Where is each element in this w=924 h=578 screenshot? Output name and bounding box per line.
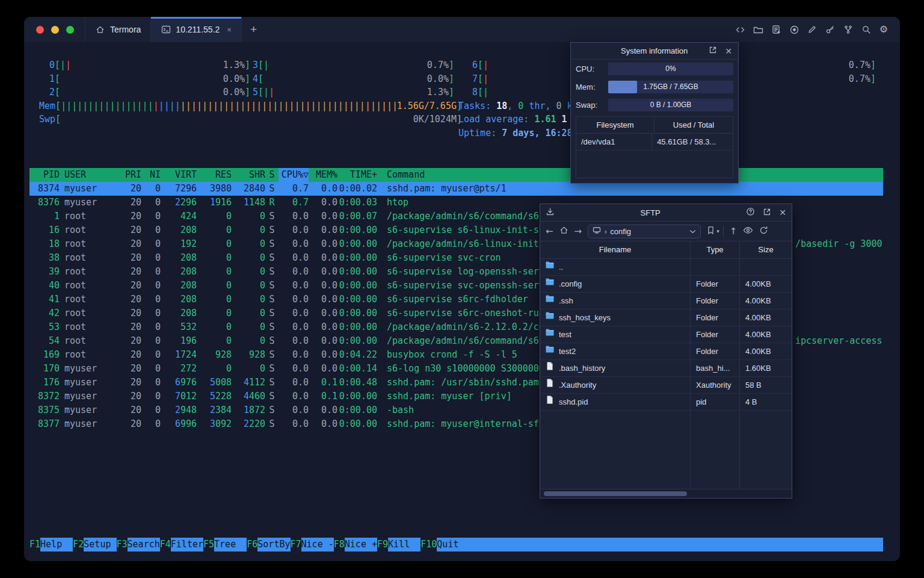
fnkey-f2-label[interactable]: Setup xyxy=(84,538,116,552)
fnkey-f8-label[interactable]: Nice + xyxy=(345,538,377,552)
file-row--bash-history[interactable]: .bash_historybash_hi...1.60KB xyxy=(540,360,792,377)
process-table-header[interactable]: PIDUSERPRINIVIRTRESSHRSCPU%▽MEM%TIME+Com… xyxy=(29,168,883,182)
home-icon[interactable] xyxy=(559,226,568,237)
file-icon xyxy=(545,394,555,410)
swap-label: Swap: xyxy=(576,101,608,110)
fnkey-f6: F6 xyxy=(247,538,257,552)
sftp-table-empty-area xyxy=(540,411,792,489)
cpu-usage-value: 0% xyxy=(665,64,676,73)
fnkey-f1: F1 xyxy=(29,538,40,552)
file-row-ssh-host-keys[interactable]: ssh_host_keysFolder4.00KB xyxy=(540,309,792,326)
fnkey-f1-label[interactable]: Help xyxy=(40,538,73,552)
minimize-window-button[interactable] xyxy=(51,26,59,34)
search-icon[interactable] xyxy=(861,25,872,35)
column-type[interactable]: Type xyxy=(690,241,739,258)
column-shr[interactable]: SHR xyxy=(232,168,265,182)
key-icon[interactable] xyxy=(825,25,836,35)
bookmark-icon[interactable] xyxy=(707,226,715,237)
column-res[interactable]: RES xyxy=(197,168,232,182)
show-hidden-icon[interactable] xyxy=(743,226,753,236)
cpu-meter-0: 0[||1.3%] xyxy=(49,58,250,72)
close-icon[interactable]: ✕ xyxy=(725,46,732,56)
file-row--Xauthority[interactable]: .XauthorityXauthority58 B xyxy=(540,377,792,394)
column-cpu[interactable]: CPU%▽ xyxy=(279,168,309,182)
cpu-meter-3: 3[|0.7%] xyxy=(253,58,454,72)
fnkey-f7: F7 xyxy=(291,538,301,552)
file-row--config[interactable]: .configFolder4.00KB xyxy=(540,276,792,293)
branch-icon[interactable] xyxy=(843,25,854,35)
app-window: Termora 10.211.55.2 × + xyxy=(24,17,900,561)
column-filename[interactable]: Filename xyxy=(540,241,690,258)
open-in-window-icon[interactable] xyxy=(709,46,717,56)
bookmark-dropdown-icon[interactable]: ▾ xyxy=(716,228,719,234)
fnkey-f10-label[interactable]: Quit xyxy=(437,538,469,552)
file-row-sshd-pid[interactable]: sshd.pidpid4 B xyxy=(540,394,792,411)
refresh-icon[interactable] xyxy=(759,226,768,237)
tab-termora[interactable]: Termora xyxy=(85,17,151,42)
column-size[interactable]: Size xyxy=(739,241,792,258)
chevron-right-icon: › xyxy=(604,227,607,236)
settings-icon[interactable]: ⚙ xyxy=(879,25,888,34)
file-row--[interactable]: .. xyxy=(540,259,792,276)
close-tab-icon[interactable]: × xyxy=(227,25,232,34)
back-icon[interactable]: ← xyxy=(546,226,553,237)
fnkey-f5-label[interactable]: Tree xyxy=(214,538,247,552)
go-up-icon[interactable]: ↑ xyxy=(730,226,738,237)
file-row--ssh[interactable]: .sshFolder4.00KB xyxy=(540,293,792,309)
folder-icon xyxy=(545,326,555,343)
column-user[interactable]: USER xyxy=(60,168,120,182)
column-pri[interactable]: PRI xyxy=(120,168,141,182)
scrollbar-thumb[interactable] xyxy=(544,491,687,496)
help-icon[interactable] xyxy=(746,207,755,218)
process-row-8374[interactable]: 8374myuser200729639802840S0.70.00:00.02s… xyxy=(29,182,883,196)
record-icon[interactable] xyxy=(789,25,799,35)
swap-usage-bar: 0 B / 1.00GB xyxy=(608,99,733,111)
tasks-icon[interactable] xyxy=(771,25,781,35)
download-icon[interactable] xyxy=(546,207,555,218)
fnkey-f7-label[interactable]: Nice - xyxy=(301,538,334,552)
fnkey-f9-label[interactable]: Kill xyxy=(388,538,420,552)
close-icon[interactable]: ✕ xyxy=(779,208,786,217)
file-row-test2[interactable]: test2Folder4.00KB xyxy=(540,343,792,360)
fnkey-f3: F3 xyxy=(117,538,128,552)
column-time[interactable]: TIME+ xyxy=(337,168,377,182)
file-row-test[interactable]: testFolder4.00KB xyxy=(540,326,792,343)
filesystem-row[interactable]: /dev/vda145.61GB / 58.3... xyxy=(576,134,733,151)
column-ni[interactable]: NI xyxy=(141,168,161,182)
fnkey-f9: F9 xyxy=(377,538,388,552)
code-icon[interactable] xyxy=(735,25,745,35)
mem-label: Mem: xyxy=(576,82,608,92)
tab-label: 10.211.55.2 xyxy=(176,25,220,34)
cpu-meter-2: 2[0.0%] xyxy=(49,85,250,99)
fnkey-f3-label[interactable]: Search xyxy=(128,538,160,552)
tab-session-10-211-55-2[interactable]: 10.211.55.2 × xyxy=(151,17,242,42)
column-pid[interactable]: PID xyxy=(33,168,60,182)
fnkey-f6-label[interactable]: SortBy xyxy=(257,538,290,552)
fnkey-f8: F8 xyxy=(334,538,345,552)
cpu-meter-5: 5[||1.3%] xyxy=(253,85,454,99)
column-virt[interactable]: VIRT xyxy=(161,168,197,182)
edit-icon[interactable] xyxy=(807,25,818,35)
sftp-table-header: Filename Type Size xyxy=(540,241,792,259)
sftp-panel: SFTP ✕ ← → › config xyxy=(540,204,792,499)
tab-label: Termora xyxy=(110,25,141,34)
maximize-window-button[interactable] xyxy=(66,26,74,34)
computer-icon xyxy=(593,226,601,236)
path-breadcrumb[interactable]: › config xyxy=(588,225,701,238)
folder-icon xyxy=(545,343,555,359)
close-window-button[interactable] xyxy=(36,26,44,34)
function-key-bar: F1Help F2Setup F3SearchF4FilterF5Tree F6… xyxy=(29,538,883,552)
open-in-window-icon[interactable] xyxy=(763,208,771,218)
titlebar-spacer xyxy=(265,17,735,42)
fs-col-filesystem: Filesystem xyxy=(576,117,654,133)
chevron-down-icon[interactable] xyxy=(689,227,696,236)
fnkey-f4-label[interactable]: Filter xyxy=(171,538,203,552)
new-tab-button[interactable]: + xyxy=(242,17,265,42)
column-mem[interactable]: MEM% xyxy=(309,168,337,182)
column-s[interactable]: S xyxy=(265,168,279,182)
titlebar-toolbar: ⚙ xyxy=(735,17,900,42)
memory-meter: Mem[||||||||||||||||||||||||||||||||||||… xyxy=(39,99,462,113)
load-average: Load average: 1.61 1 xyxy=(458,113,567,126)
forward-icon[interactable]: → xyxy=(574,226,582,237)
folder-icon[interactable] xyxy=(753,25,763,35)
